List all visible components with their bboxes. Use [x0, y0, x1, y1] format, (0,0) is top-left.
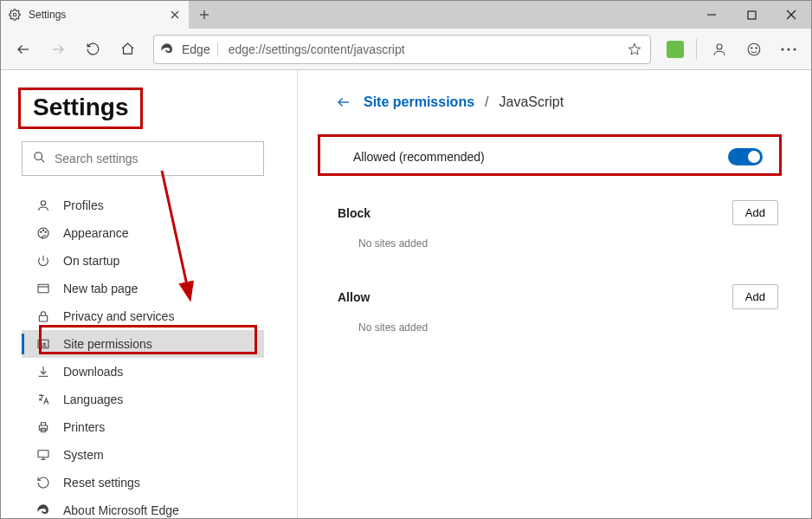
allowed-toggle-switch[interactable] [728, 148, 763, 165]
svg-rect-26 [38, 284, 48, 292]
settings-nav: Profiles Appearance On startup New tab p… [22, 191, 264, 519]
breadcrumb: Site permissions / JavaScript [336, 94, 780, 110]
nav-onstartup[interactable]: On startup [22, 247, 264, 275]
svg-rect-28 [39, 315, 47, 321]
nav-sitepermissions[interactable]: Site permissions [22, 330, 264, 358]
breadcrumb-parent[interactable]: Site permissions [364, 94, 474, 110]
allow-section-header: Allow Add [336, 284, 780, 309]
svg-point-30 [40, 343, 42, 345]
download-icon [35, 364, 51, 380]
breadcrumb-current: JavaScript [499, 94, 564, 110]
sliders-icon [35, 336, 51, 352]
monitor-icon [35, 447, 51, 463]
search-icon [33, 151, 46, 167]
nav-label: Downloads [63, 365, 123, 379]
block-label: Block [338, 206, 371, 220]
home-button[interactable] [112, 34, 143, 65]
nav-reset[interactable]: Reset settings [22, 469, 264, 496]
favorite-icon[interactable] [624, 42, 645, 56]
svg-point-25 [45, 231, 46, 232]
svg-point-13 [748, 43, 760, 55]
nav-label: Languages [63, 392, 123, 406]
svg-rect-35 [39, 425, 47, 430]
allow-label: Allow [338, 290, 370, 304]
block-empty-text: No sites added [358, 237, 780, 250]
svg-point-15 [756, 47, 757, 48]
back-button[interactable] [8, 34, 39, 65]
svg-point-24 [42, 230, 43, 230]
title-bar: Settings [1, 1, 811, 29]
address-scheme-label: Edge [182, 42, 218, 56]
svg-point-0 [13, 13, 16, 16]
nav-privacy[interactable]: Privacy and services [22, 302, 264, 330]
nav-label: Profiles [63, 198, 104, 212]
svg-line-20 [41, 159, 44, 162]
window-icon [35, 281, 51, 296]
close-icon[interactable] [168, 8, 182, 22]
toolbar: Edge [1, 29, 811, 70]
url-input[interactable] [225, 42, 617, 56]
search-settings-box[interactable] [22, 141, 264, 176]
breadcrumb-separator: / [485, 94, 488, 110]
address-bar[interactable]: Edge [153, 35, 651, 64]
block-add-button[interactable]: Add [732, 200, 778, 225]
nav-label: Appearance [63, 226, 129, 240]
nav-about[interactable]: About Microsoft Edge [22, 496, 264, 519]
nav-downloads[interactable]: Downloads [22, 358, 264, 386]
browser-tab[interactable]: Settings [1, 1, 190, 29]
nav-printers[interactable]: Printers [22, 413, 264, 441]
nav-label: New tab page [63, 282, 138, 295]
nav-newtab[interactable]: New tab page [22, 275, 264, 302]
allow-empty-text: No sites added [358, 321, 780, 334]
printer-icon [35, 419, 51, 435]
allowed-toggle-row: Allowed (recommended) [336, 134, 780, 179]
block-section-header: Block Add [336, 200, 780, 225]
svg-point-19 [35, 152, 42, 159]
feedback-icon[interactable] [738, 34, 770, 65]
breadcrumb-back-icon[interactable] [336, 94, 353, 110]
toolbar-divider [696, 39, 697, 60]
extension-badge[interactable] [667, 41, 684, 58]
svg-marker-11 [628, 43, 640, 55]
nav-profiles[interactable]: Profiles [22, 191, 264, 219]
nav-label: About Microsoft Edge [63, 503, 179, 517]
close-window-button[interactable] [771, 1, 811, 29]
edge-logo-icon [159, 42, 175, 57]
nav-label: Reset settings [63, 476, 140, 490]
person-icon [35, 198, 51, 213]
settings-heading: Settings [21, 90, 140, 127]
tab-title: Settings [29, 9, 161, 21]
content-area: Settings Profiles Appearance On startup … [1, 70, 811, 518]
svg-rect-6 [748, 11, 756, 19]
maximize-button[interactable] [731, 1, 771, 29]
forward-button [42, 34, 74, 65]
settings-main: Site permissions / JavaScript Allowed (r… [297, 70, 811, 518]
allow-add-button[interactable]: Add [732, 284, 778, 309]
profile-icon[interactable] [704, 34, 735, 65]
more-icon[interactable] [773, 34, 804, 65]
edge-icon [35, 503, 51, 518]
nav-label: Privacy and services [63, 309, 174, 323]
nav-languages[interactable]: Languages [22, 386, 264, 413]
lock-icon [35, 308, 51, 324]
svg-point-16 [782, 48, 784, 50]
new-tab-button[interactable] [190, 1, 219, 29]
svg-point-14 [751, 47, 752, 48]
svg-point-23 [41, 231, 42, 232]
svg-point-18 [794, 48, 796, 50]
minimize-button[interactable] [692, 1, 731, 29]
gear-icon [8, 8, 22, 22]
nav-label: System [63, 448, 104, 462]
settings-heading-highlight: Settings [18, 88, 143, 129]
settings-sidebar: Settings Profiles Appearance On startup … [1, 70, 297, 518]
language-icon [35, 392, 51, 407]
nav-label: On startup [63, 254, 119, 268]
search-input[interactable] [55, 152, 253, 165]
refresh-button[interactable] [77, 34, 108, 65]
nav-appearance[interactable]: Appearance [22, 219, 264, 247]
svg-point-17 [788, 48, 790, 50]
nav-label: Site permissions [63, 337, 152, 351]
reset-icon [35, 475, 51, 490]
nav-system[interactable]: System [22, 441, 264, 469]
svg-point-21 [41, 201, 45, 205]
